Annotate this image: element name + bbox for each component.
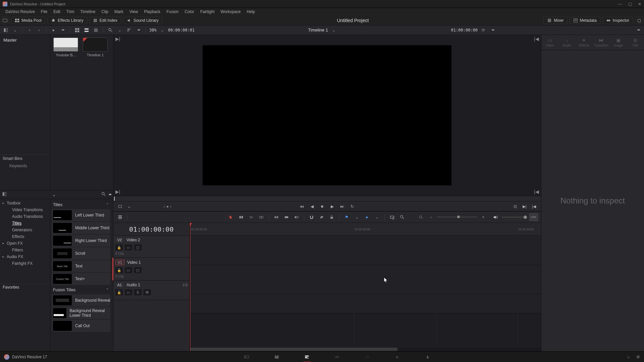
zoom-search-icon[interactable] [398,213,406,221]
match-frame-icon[interactable] [117,203,124,210]
track-lock-icon[interactable]: 🔓 [115,289,123,295]
source-timecode[interactable]: 00:00:00:01 [168,28,195,33]
playhead[interactable] [190,223,191,351]
dynamic-trim-button[interactable] [247,213,255,221]
track-lock-icon[interactable]: 🔓 [115,267,123,273]
track-lane-a1[interactable] [190,294,541,313]
timeline-view-options-icon[interactable] [116,213,124,221]
track-solo-button[interactable]: S [134,289,142,295]
menu-color[interactable]: Color [182,9,197,15]
track-auto-select-icon[interactable]: ▭ [125,267,132,273]
menu-workspace[interactable]: Workspace [218,9,244,15]
fx-more-options[interactable]: ••• [109,192,111,197]
title-scroll[interactable]: Scroll [52,247,110,259]
viewer-prev-edit-icon[interactable]: ▶| [115,36,120,42]
fx-node-openfx[interactable]: Open FX [0,240,50,247]
more-options-2[interactable]: ••• [135,26,142,34]
sound-library-toggle[interactable]: Sound Library [123,17,162,24]
title-text-plus[interactable]: Custom TitleText+ [52,273,110,285]
window-minimize-button[interactable]: — [618,2,622,6]
selection-tool-button[interactable] [227,213,235,221]
play-button[interactable]: ▶ [328,203,336,210]
page-deliver[interactable] [423,353,433,361]
track-mute-button[interactable]: M [144,289,151,295]
media-pool-toggle[interactable]: Media Pool [11,17,45,24]
full-extent-toggle[interactable]: ▢ [635,17,643,24]
snap-toggle-button[interactable] [308,213,316,221]
timecode-mode-icon[interactable]: ⟳ [480,26,487,34]
search-dropdown[interactable]: ⌄ [116,26,123,34]
fx-search-icon[interactable] [101,192,106,197]
match-frame-dropdown[interactable]: ⌄ [125,203,133,210]
menu-timeline[interactable]: Timeline [77,9,98,15]
smart-bins-header[interactable]: Smart Bins [0,155,50,162]
fx-node-vtrans[interactable]: Video Transitions [0,206,50,213]
menu-clip[interactable]: Clip [99,9,111,15]
track-index[interactable]: A1 [115,283,124,287]
track-header-v2[interactable]: V2Video 2 🔓▭▢ 0 Clip [113,236,190,258]
inspector-tab-video[interactable]: ▭Video [541,38,558,47]
clip-timeline1[interactable]: Timeline 1 [83,38,108,57]
page-fusion[interactable] [332,353,342,361]
fusion-title-bg-reveal[interactable]: Background Reveal [52,294,110,306]
zoom-out-button[interactable]: − [427,213,435,221]
nav-next-icon[interactable]: › [170,204,171,209]
trim-tool-button[interactable] [237,213,245,221]
record-icon[interactable]: ● [50,26,57,34]
viewer-next-edit-icon[interactable]: |◀ [534,36,539,42]
zoom-in-button[interactable]: + [479,213,487,221]
effects-library-toggle[interactable]: Effects Library [47,17,87,24]
track-disable-icon[interactable]: ▢ [134,267,142,273]
nav-fwd[interactable]: › [35,26,43,34]
page-cut[interactable] [272,353,282,361]
overwrite-clip-button[interactable] [282,213,290,221]
timeline-hscroll[interactable] [190,347,541,351]
inspector-tab-image[interactable]: ▣Image [610,38,627,47]
page-edit[interactable] [302,353,312,361]
viewer-canvas[interactable] [203,45,451,185]
fx-section-fusion-titles[interactable]: Fusion Titles⌃ [52,286,110,294]
menu-trim[interactable]: Trim [64,9,77,15]
window-maximize-button[interactable]: ▢ [628,2,632,6]
loop-button[interactable]: ↻ [348,203,356,210]
strip-view-icon[interactable] [83,26,90,34]
track-name[interactable]: Audio 1 [126,283,140,287]
track-index[interactable]: V2 [115,238,124,242]
record-timecode[interactable]: 01:00:00:00 [451,28,478,33]
fx-node-toolbox[interactable]: Toolbox [0,200,50,206]
fx-node-generators[interactable]: Generators [0,227,50,233]
list-view-icon[interactable] [92,26,100,34]
zoom-slider[interactable] [437,217,477,218]
timeline-name-label[interactable]: Timeline 1 [308,27,328,33]
fusion-title-bg-reveal-lower[interactable]: Background Reveal Lower Third [52,307,110,319]
fx-panel-layout-icon[interactable] [2,192,7,197]
home-button[interactable]: ⌂ [627,355,630,359]
inspector-tab-transition[interactable]: ⧓Transition [593,38,610,47]
scroll-thumb[interactable] [190,348,398,351]
next-frame-button[interactable]: ⏭ [338,203,346,210]
track-disable-icon[interactable]: ▢ [134,244,142,250]
inspector-toggle[interactable]: Inspector [602,17,633,24]
thumb-view-icon[interactable] [73,26,81,34]
blade-tool-button[interactable] [257,213,265,221]
timeline-ruler[interactable]: 01:00:00:00 02:08:22:00 03:16:44:00 [190,223,541,236]
edit-index-toggle[interactable]: Edit Index [89,17,121,24]
fx-node-effects[interactable]: Effects [0,233,50,240]
sort-icon[interactable] [125,26,133,34]
inspector-tab-file[interactable]: 🗎File [627,38,644,47]
viewer-zoom-value[interactable]: 38% [149,28,157,33]
timeline-dropdown[interactable]: ⌄ [330,26,337,34]
project-settings-button[interactable]: ⚙ [636,355,640,359]
volume-slider[interactable] [501,217,527,218]
insert-clip-button[interactable] [272,213,280,221]
page-fairlight[interactable] [392,353,402,361]
menu-mark[interactable]: Mark [112,9,126,15]
title-text[interactable]: Basic TitleText [52,260,110,272]
link-toggle-button[interactable] [318,213,326,221]
fx-node-filters[interactable]: Filters [0,247,50,253]
track-lane-v1[interactable] [190,265,541,294]
nav-prev-icon[interactable]: ‹ [164,204,165,209]
more-options-1[interactable]: ••• [59,26,66,34]
fx-node-titles[interactable]: Titles [0,220,50,227]
smart-bin-keywords[interactable]: Keywords [0,162,50,170]
